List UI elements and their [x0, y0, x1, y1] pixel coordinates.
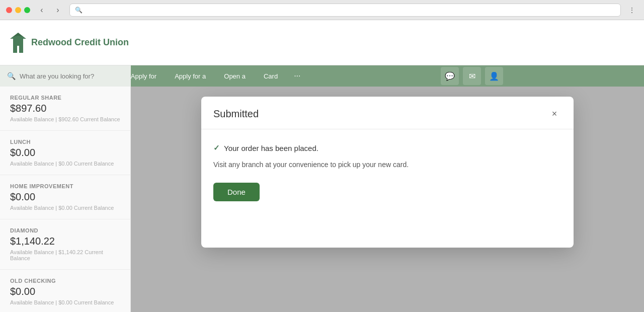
- address-search-icon: 🔍: [75, 7, 83, 14]
- account-item-regular-share[interactable]: REGULAR SHARE $897.60 Available Balance …: [0, 87, 130, 131]
- modal-overlay: Submitted × ✓ Your order has been placed…: [131, 87, 644, 312]
- modal-close-button[interactable]: ×: [547, 107, 561, 121]
- logo-text: Redwood Credit Union: [31, 37, 129, 48]
- account-name: HOME IMPROVEMENT: [10, 183, 120, 189]
- mail-button[interactable]: ✉: [463, 67, 481, 85]
- app-container: Redwood Credit Union 🔍 View my Move Use …: [0, 20, 644, 312]
- close-button-traffic[interactable]: [6, 7, 12, 13]
- traffic-lights: [6, 7, 30, 13]
- account-name: DIAMOND: [10, 227, 120, 233]
- success-sub-text: Visit any branch at your convenience to …: [213, 161, 561, 169]
- account-balance: $1,140.22: [10, 236, 120, 247]
- account-detail: Available Balance | $902.60 Current Bala…: [10, 116, 120, 122]
- app-header: Redwood Credit Union: [0, 20, 644, 65]
- search-input[interactable]: [20, 72, 124, 80]
- account-name: REGULAR SHARE: [10, 95, 120, 101]
- back-button[interactable]: ‹: [35, 4, 48, 17]
- search-icon: 🔍: [7, 72, 16, 80]
- nav-bar: 🔍 View my Move Use Apply for Apply for a…: [0, 65, 644, 87]
- browser-nav-buttons: ‹ ›: [35, 4, 64, 17]
- minimize-button-traffic[interactable]: [15, 7, 21, 13]
- user-button[interactable]: 👤: [485, 67, 503, 85]
- search-bar-wrapper[interactable]: 🔍: [0, 65, 131, 87]
- modal-header: Submitted ×: [201, 97, 574, 129]
- account-detail: Available Balance | $0.00 Current Balanc…: [10, 299, 120, 305]
- nav-more-button[interactable]: ···: [287, 71, 307, 81]
- chat-button[interactable]: 💬: [441, 67, 459, 85]
- nav-actions: 💬 ✉ 👤: [441, 67, 503, 85]
- browser-menu-icon[interactable]: ⋮: [626, 4, 638, 16]
- maximize-button-traffic[interactable]: [24, 7, 30, 13]
- nav-item-card[interactable]: Card: [255, 65, 287, 87]
- account-detail: Available Balance | $0.00 Current Balanc…: [10, 205, 120, 211]
- address-bar[interactable]: 🔍: [69, 4, 621, 17]
- account-item-home-improvement[interactable]: HOME IMPROVEMENT $0.00 Available Balance…: [0, 175, 130, 219]
- modal-body: ✓ Your order has been placed. Visit any …: [201, 129, 574, 215]
- account-balance: $897.60: [10, 103, 120, 114]
- main-content: Submitted × ✓ Your order has been placed…: [131, 87, 644, 312]
- account-item-old-checking[interactable]: OLD CHECKING $0.00 Available Balance | $…: [0, 270, 130, 312]
- account-item-lunch[interactable]: LUNCH $0.00 Available Balance | $0.00 Cu…: [0, 131, 130, 175]
- account-detail: Available Balance | $1,140.22 Current Ba…: [10, 249, 120, 261]
- success-message: ✓ Your order has been placed.: [213, 143, 561, 152]
- account-balance: $0.00: [10, 286, 120, 297]
- account-name: OLD CHECKING: [10, 278, 120, 284]
- check-icon: ✓: [213, 143, 220, 152]
- logo-area: Redwood Credit Union: [10, 33, 129, 53]
- success-text: Your order has been placed.: [224, 144, 318, 152]
- account-balance: $0.00: [10, 191, 120, 203]
- content-area: REGULAR SHARE $897.60 Available Balance …: [0, 87, 644, 312]
- nav-item-open-a[interactable]: Open a: [215, 65, 255, 87]
- submitted-modal: Submitted × ✓ Your order has been placed…: [201, 97, 574, 248]
- logo-icon: [10, 33, 26, 53]
- account-item-diamond[interactable]: DIAMOND $1,140.22 Available Balance | $1…: [0, 219, 130, 270]
- browser-chrome: ‹ › 🔍 ⋮: [0, 0, 644, 20]
- done-button[interactable]: Done: [213, 183, 260, 201]
- nav-item-apply-for-a[interactable]: Apply for a: [166, 65, 215, 87]
- sidebar: REGULAR SHARE $897.60 Available Balance …: [0, 87, 131, 312]
- account-name: LUNCH: [10, 139, 120, 145]
- modal-title: Submitted: [213, 108, 259, 120]
- account-balance: $0.00: [10, 147, 120, 159]
- forward-button[interactable]: ›: [51, 4, 64, 17]
- account-detail: Available Balance | $0.00 Current Balanc…: [10, 161, 120, 167]
